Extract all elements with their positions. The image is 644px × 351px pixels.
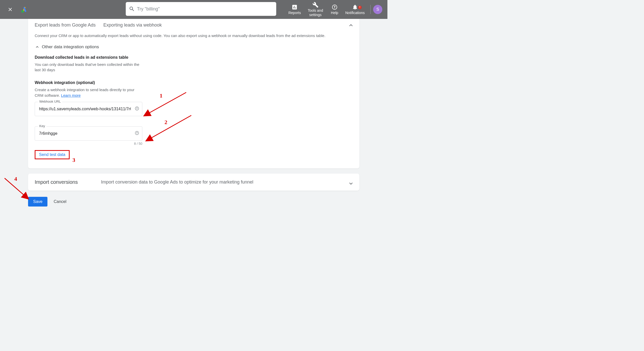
webhook-url-help[interactable]: [135, 106, 139, 112]
google-ads-logo: [20, 5, 29, 14]
key-help[interactable]: [135, 131, 139, 136]
svg-point-0: [21, 10, 24, 13]
webhook-url-field: Webhook URL: [35, 102, 142, 116]
download-title: Download collected leads in ad extension…: [35, 55, 353, 60]
tab-export-webhook[interactable]: Exporting leads via webhook: [103, 22, 162, 28]
webhook-desc: Create a webhook integration to send lea…: [35, 87, 142, 98]
help-circle-icon: [135, 131, 139, 135]
download-section: Download collected leads in ad extension…: [35, 55, 353, 73]
send-test-highlight: Send test data: [35, 150, 70, 159]
send-test-button[interactable]: Send test data: [39, 152, 65, 157]
save-button[interactable]: Save: [28, 197, 47, 207]
chevron-down-icon: [348, 180, 354, 187]
help-label: Help: [331, 11, 338, 15]
webhook-title: Webhook integration (optional): [35, 80, 353, 85]
reports-label: Reports: [288, 11, 301, 15]
other-options-toggle[interactable]: Other data integration options: [35, 44, 353, 50]
topbar-divider: [370, 5, 371, 14]
cancel-button[interactable]: Cancel: [54, 199, 66, 204]
webhook-url-input[interactable]: [35, 102, 142, 116]
help-icon: [332, 4, 338, 10]
collapse-button[interactable]: [348, 22, 354, 30]
webhook-section: Webhook integration (optional) Create a …: [35, 80, 353, 159]
import-conversions-card[interactable]: Import conversions Import conversion dat…: [28, 174, 359, 191]
topbar: Reports Tools and settings Help ! Notifi…: [0, 0, 387, 19]
ads-logo-icon: [20, 5, 29, 14]
import-title: Import conversions: [35, 179, 101, 185]
download-desc: You can only download leads that've been…: [35, 62, 142, 73]
notifications-label: Notifications: [345, 11, 365, 15]
close-button[interactable]: [5, 4, 15, 15]
bell-icon: [352, 4, 358, 10]
chevron-up-icon: [348, 22, 354, 29]
search-input[interactable]: [137, 6, 273, 12]
export-leads-card: Export leads from Google Ads Exporting l…: [28, 19, 359, 168]
learn-more-link[interactable]: Learn more: [61, 93, 81, 98]
close-icon: [7, 7, 13, 12]
reports-icon: [292, 4, 298, 10]
tabs-row: Export leads from Google Ads Exporting l…: [35, 21, 353, 30]
card-description: Connect your CRM or app to automatically…: [35, 33, 353, 39]
search-icon: [129, 6, 135, 12]
other-options-label: Other data integration options: [42, 44, 99, 50]
webhook-desc-text: Create a webhook integration to send lea…: [35, 88, 134, 98]
help-circle-icon: [135, 106, 139, 111]
topbar-actions: Reports Tools and settings Help ! Notifi…: [285, 0, 382, 19]
tools-button[interactable]: Tools and settings: [304, 2, 327, 17]
notification-badge: !: [358, 6, 362, 9]
tab-export-leads[interactable]: Export leads from Google Ads: [35, 22, 96, 28]
key-char-count: 8 / 50: [35, 142, 142, 146]
tools-label: Tools and settings: [307, 8, 324, 17]
chevron-up-icon: [35, 44, 40, 50]
footer-actions: Save Cancel: [28, 197, 387, 207]
search-bar[interactable]: [126, 2, 276, 16]
key-field: Key: [35, 126, 142, 141]
expand-button[interactable]: [348, 180, 354, 188]
help-button[interactable]: Help: [327, 4, 342, 15]
content-area: Export leads from Google Ads Exporting l…: [0, 19, 387, 207]
key-label: Key: [38, 124, 46, 128]
key-input[interactable]: [35, 126, 142, 141]
avatar[interactable]: S: [373, 5, 382, 14]
import-desc: Import conversion data to Google Ads to …: [101, 179, 253, 185]
reports-button[interactable]: Reports: [285, 4, 304, 15]
webhook-url-label: Webhook URL: [38, 100, 62, 103]
notifications-button[interactable]: ! Notifications: [342, 4, 368, 15]
wrench-icon: [312, 2, 319, 8]
